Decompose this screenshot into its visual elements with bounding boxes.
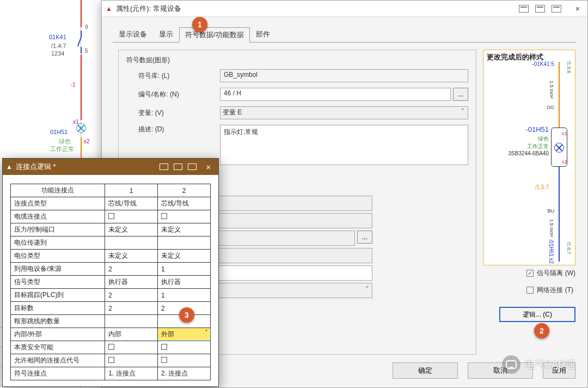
field-label-description: 描述: (D) xyxy=(138,125,220,134)
component-ref: 01H51 xyxy=(50,129,68,135)
table-cell[interactable]: 2 xyxy=(105,302,158,315)
preview-color: 绿色 xyxy=(538,135,549,143)
table-cell[interactable] xyxy=(105,315,158,328)
window-layout-icon[interactable] xyxy=(160,163,168,170)
wire xyxy=(81,0,82,27)
window-layout-icon[interactable] xyxy=(174,163,182,170)
table-cell[interactable] xyxy=(105,341,158,354)
table-cell[interactable]: 内部 xyxy=(105,328,158,341)
preview-botref: /1.5:7 xyxy=(535,184,549,190)
checkbox-icon[interactable] xyxy=(161,357,167,363)
table-cell[interactable] xyxy=(158,210,211,223)
library-field: GB_symbol xyxy=(220,69,468,82)
tab-parts[interactable]: 部件 xyxy=(250,27,276,42)
browse-button[interactable]: ... xyxy=(453,88,468,101)
table-cell[interactable]: 芯线/导线 xyxy=(105,197,158,210)
callout-2: 2 xyxy=(534,323,549,338)
col-header: 1 xyxy=(105,184,158,197)
tab-symbol-data[interactable]: 符号数据/功能数据 xyxy=(179,27,250,43)
window-layout-icon[interactable] xyxy=(188,163,197,170)
table-row[interactable]: 电缆连接点 xyxy=(11,210,211,223)
checkbox-icon[interactable] xyxy=(108,344,114,350)
close-icon[interactable]: × xyxy=(202,162,215,172)
browse-button[interactable]: ... xyxy=(357,231,372,244)
preview-x2: x2 xyxy=(562,159,567,165)
table-cell[interactable]: 未定义 xyxy=(105,223,158,237)
table-row[interactable]: 符号连接点1. 连接点2. 连接点 xyxy=(11,367,211,380)
row-label: 目标数 xyxy=(11,302,105,315)
col-header: 功能连接点 xyxy=(11,184,105,197)
app-icon: ▲ xyxy=(105,5,113,13)
number-name-field[interactable]: 46 / H xyxy=(220,88,451,101)
window-layout-icon[interactable] xyxy=(535,5,545,13)
row-label: 压力/控制端口 xyxy=(11,223,105,237)
dialog-titlebar[interactable]: ▲ 属性(元件): 常规设备 × xyxy=(102,1,587,17)
preview-subref: /1.5:6 xyxy=(566,61,572,74)
table-cell[interactable]: 2. 连接点 xyxy=(158,367,211,380)
preview-status: 工作正常 xyxy=(527,143,549,150)
pin-x2: x2 xyxy=(84,138,90,144)
row-label: 连接点类型 xyxy=(11,197,105,210)
field-label-library: 符号库: (L) xyxy=(138,71,220,81)
subdialog-titlebar[interactable]: ▲ 连接点逻辑 * × xyxy=(3,159,218,175)
row-label: 目标跟踪(PLC)到 xyxy=(11,289,105,302)
table-row[interactable]: 电位类型未定义未定义 xyxy=(11,250,211,263)
table-cell[interactable]: 外部 xyxy=(158,328,211,341)
row-label: 电缆连接点 xyxy=(11,210,105,223)
table-cell[interactable]: 1. 连接点 xyxy=(105,367,158,380)
table-cell[interactable]: 1 xyxy=(158,289,211,302)
table-cell[interactable]: 执行器 xyxy=(158,276,211,289)
table-cell[interactable]: 1 xyxy=(158,263,211,276)
table-row[interactable]: 连接点类型芯线/导线芯线/导线 xyxy=(11,197,211,210)
window-layout-icon[interactable] xyxy=(552,5,561,13)
window-layout-icon[interactable] xyxy=(519,5,529,13)
component-status: 工作正常 xyxy=(50,145,74,153)
table-cell[interactable]: 2 xyxy=(105,289,158,302)
tab-display-device[interactable]: 显示设备 xyxy=(113,27,153,42)
app-icon: ▲ xyxy=(6,163,13,171)
group-label: 符号数据(图形) xyxy=(126,56,468,65)
table-cell[interactable] xyxy=(105,210,158,223)
lamp-symbol xyxy=(76,123,86,133)
close-icon[interactable]: × xyxy=(571,4,584,13)
table-cell[interactable] xyxy=(105,354,158,367)
table-cell[interactable]: 未定义 xyxy=(158,250,211,263)
table-cell[interactable] xyxy=(158,237,211,250)
table-cell[interactable] xyxy=(158,341,211,354)
checkbox-icon[interactable] xyxy=(108,213,114,219)
callout-3: 3 xyxy=(179,307,194,323)
row-label: 到用电设备/来源 xyxy=(11,263,105,276)
table-row[interactable]: 目标跟踪(PLC)到21 xyxy=(11,289,211,302)
checkbox-icon[interactable] xyxy=(161,344,167,350)
checkbox-icon[interactable] xyxy=(108,357,114,363)
table-row[interactable]: 允许相同的连接点代号 xyxy=(11,354,211,367)
signal-isolation-checkbox[interactable]: ✓信号隔离 (W) xyxy=(526,269,575,278)
table-row[interactable]: 压力/控制端口未定义未定义 xyxy=(11,223,211,237)
checkbox-icon[interactable] xyxy=(161,213,167,219)
table-cell[interactable]: 未定义 xyxy=(158,223,211,237)
description-field[interactable]: 指示灯,常规 xyxy=(220,125,468,165)
row-label: 电位类型 xyxy=(11,250,105,263)
preview-x1: x1 xyxy=(562,131,567,136)
table-cell[interactable]: 执行器 xyxy=(105,276,158,289)
preview-mm: 1.5 mm² xyxy=(549,81,554,99)
table-cell[interactable] xyxy=(105,237,158,250)
table-row[interactable]: 电位传递到 xyxy=(11,237,211,250)
connection-point-table[interactable]: 功能连接点 1 2 连接点类型芯线/导线芯线/导线电缆连接点压力/控制端口未定义… xyxy=(10,184,211,380)
tab-display[interactable]: 显示 xyxy=(153,27,179,42)
table-cell[interactable]: 未定义 xyxy=(105,250,158,263)
table-cell[interactable]: 芯线/导线 xyxy=(158,197,211,210)
table-row[interactable]: 信号类型执行器执行器 xyxy=(11,276,211,289)
table-row[interactable]: 本质安全可能 xyxy=(11,341,211,354)
table-row[interactable]: 内部/外部内部外部 xyxy=(11,328,211,341)
table-row[interactable]: 到用电设备/来源21 xyxy=(11,263,211,276)
network-connection-checkbox[interactable]: 网络连接 (T) xyxy=(526,286,575,295)
variant-select[interactable]: 变量 E xyxy=(220,106,468,119)
row-label: 电位传递到 xyxy=(11,237,105,250)
preview-wire xyxy=(559,167,560,262)
table-cell[interactable] xyxy=(158,354,211,367)
table-cell[interactable]: 2 xyxy=(105,263,158,276)
ok-button[interactable]: 确定 xyxy=(393,362,458,379)
dialog-title: 属性(元件): 常规设备 xyxy=(116,4,181,14)
logic-button[interactable]: 逻辑... (C) xyxy=(499,307,575,322)
